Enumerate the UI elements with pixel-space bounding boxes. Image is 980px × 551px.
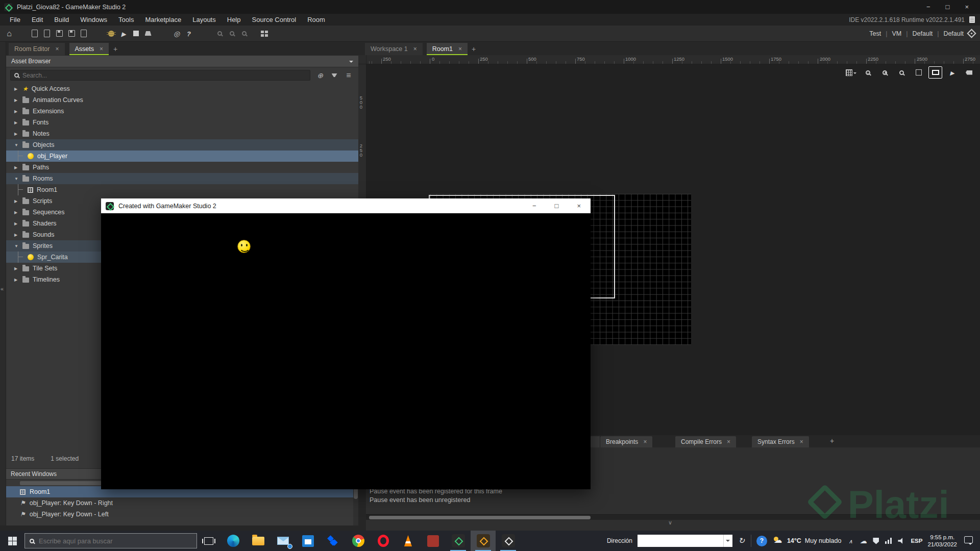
refresh-button[interactable] [738,537,746,545]
notification-center-icon[interactable] [964,536,973,543]
start-button[interactable] [0,531,24,551]
scrollbar-thumb[interactable] [369,516,591,519]
maximize-button[interactable]: □ [946,3,950,11]
close-tab-icon[interactable]: × [800,438,803,445]
search-input[interactable] [22,72,306,79]
tree-item-fonts[interactable]: Fonts [6,117,358,128]
tree-item-notes[interactable]: Notes [6,128,358,139]
defender-shield-icon[interactable] [872,537,880,545]
menu-build[interactable]: Build [48,14,75,26]
zoom-out-button[interactable] [213,27,226,40]
close-tab-icon[interactable]: × [55,45,59,53]
menu-windows[interactable]: Windows [75,14,113,26]
menu-room[interactable]: Room [302,14,331,26]
tray-expand-button[interactable] [846,537,854,545]
taskbar-clock[interactable]: 9:55 p.m. 21/03/2022 [927,534,957,548]
collapse-output-icon[interactable] [668,519,672,526]
expander-icon[interactable] [14,278,19,282]
taskbar-vlc[interactable] [396,531,421,551]
chevron-down-icon[interactable] [723,535,732,547]
target-platform-label[interactable]: Test [869,30,881,37]
tree-item-quick-access[interactable]: Quick Access [6,83,358,94]
close-button[interactable]: × [965,3,969,11]
tab-workspace-1[interactable]: Workspace 1 × [365,43,423,55]
save-all-button[interactable] [65,27,78,40]
minimize-button[interactable]: − [926,3,930,11]
weather-widget[interactable]: 14°C Muy nublado [772,537,842,545]
direccion-input[interactable] [638,535,723,547]
onedrive-icon[interactable] [859,537,867,545]
tab-breakpoints[interactable]: Breakpoints × [600,436,652,447]
inheritance-tag-button[interactable] [962,66,976,79]
zoom-out-button[interactable] [861,66,875,79]
target-config-label[interactable]: Default [913,30,933,37]
close-tab-icon[interactable]: × [458,45,462,53]
target-device-label[interactable]: Default [943,30,964,37]
new-tab-button[interactable]: + [830,437,834,445]
filter-button[interactable] [330,73,339,77]
task-view-button[interactable] [197,531,220,551]
taskbar-edge[interactable] [220,531,246,551]
expander-icon[interactable] [14,221,19,226]
game-target-button[interactable] [170,27,183,40]
game-window-titlebar[interactable]: Created with GameMaker Studio 2 − □ × [101,198,591,213]
tab-compile-errors[interactable]: Compile Errors × [675,436,736,447]
menu-help[interactable]: Help [222,14,247,26]
volume-icon[interactable] [897,537,905,545]
menu-layouts[interactable]: Layouts [187,14,222,26]
taskbar-gamemaker-2[interactable] [496,531,521,551]
tree-item-rooms[interactable]: Rooms [6,173,358,184]
taskbar-search-input[interactable] [39,537,192,545]
zoom-reset-button[interactable] [226,27,238,40]
language-indicator[interactable]: ESP [911,538,922,544]
tree-item-objects[interactable]: Objects [6,139,358,151]
fit-view-button[interactable] [912,66,925,79]
layout-windows-button[interactable] [258,27,271,40]
taskbar-gamemaker-1[interactable] [446,531,471,551]
menu-file[interactable]: File [4,14,26,26]
save-project-button[interactable] [53,27,65,40]
expander-icon[interactable] [14,165,19,170]
menu-marketplace[interactable]: Marketplace [139,14,187,26]
expander-icon[interactable] [14,199,19,204]
maximize-button[interactable]: □ [555,202,559,210]
menu-source-control[interactable]: Source Control [247,14,302,26]
taskbar-gamemaker-active[interactable] [471,531,496,551]
browser-menu-button[interactable] [344,71,353,80]
expander-icon[interactable] [14,233,19,237]
new-workspace-tab-button[interactable]: + [472,45,476,53]
tree-item-paths[interactable]: Paths [6,162,358,173]
import-button[interactable] [78,27,90,40]
tab-room-editor[interactable]: Room Editor × [9,43,65,55]
expander-icon[interactable] [14,98,19,103]
target-output-label[interactable]: VM [892,30,902,37]
taskbar-dropbox[interactable] [321,531,346,551]
toggle-viewports-button[interactable] [928,66,942,79]
new-project-button[interactable] [29,27,41,40]
expander-icon[interactable] [14,132,19,136]
expander-icon[interactable] [14,143,19,147]
taskbar-app-red[interactable] [421,531,446,551]
taskbar-search[interactable] [24,533,197,548]
release-notes-icon[interactable] [969,16,975,23]
add-asset-button[interactable] [315,71,325,80]
expander-icon[interactable] [14,266,19,271]
run-button[interactable] [117,27,130,40]
tab-room1[interactable]: Room1 × [427,43,468,55]
target-manager-icon[interactable] [967,29,976,38]
tab-assets[interactable]: Assets × [69,43,109,55]
taskbar-file-explorer[interactable] [246,531,271,551]
run-room-button[interactable] [945,66,959,79]
zoom-in-button[interactable] [878,66,892,79]
stop-button[interactable] [130,27,142,40]
asset-browser-dropdown[interactable]: Asset Browser [6,55,358,67]
expander-icon[interactable] [14,177,19,181]
zoom-in-button[interactable] [238,27,250,40]
debug-button[interactable] [105,27,117,40]
expander-icon[interactable] [14,109,19,114]
tree-item-animation-curves[interactable]: Animation Curves [6,94,358,106]
new-tab-button[interactable]: + [113,45,117,53]
tree-item-extensions[interactable]: Extensions [6,106,358,117]
clean-button[interactable] [142,27,154,40]
asset-search-box[interactable] [10,70,310,81]
